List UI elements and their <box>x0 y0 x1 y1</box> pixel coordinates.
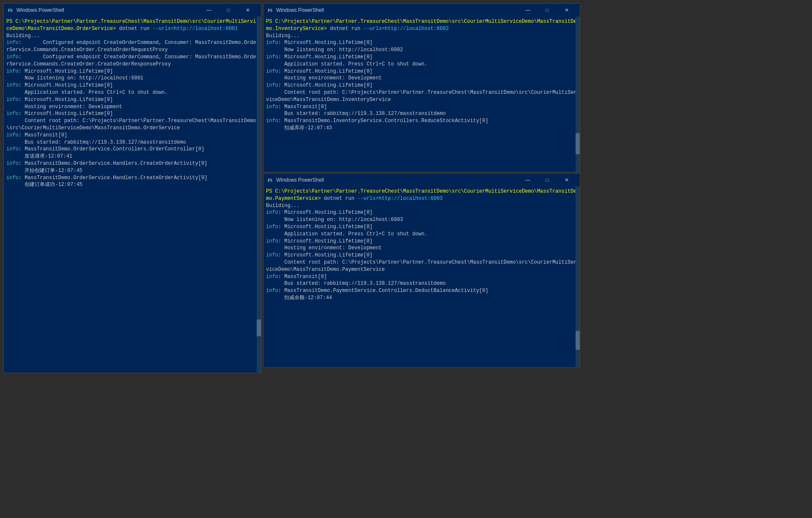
maximize-button-payment[interactable]: □ <box>538 174 557 186</box>
line-order-18: 开始创建订单-12:07:45 <box>6 167 258 174</box>
line-pay-3: info: Microsoft.Hosting.Lifetime[0] <box>266 209 577 216</box>
window-title-order: Windows PowerShell <box>16 7 199 13</box>
line-pay-14: 扣减余额-12:07:44 <box>266 294 577 302</box>
line-inv-14: 扣减库存-12:07:43 <box>266 125 577 132</box>
line-inv-8: Hosting environment: Development <box>266 75 577 82</box>
scrollbar-inventory[interactable] <box>576 16 580 172</box>
line-order-9: info: Microsoft.Hosting.Lifetime[0] <box>6 96 258 104</box>
line-inv-6: Application started. Press Ctrl+C to shu… <box>266 61 577 68</box>
line-pay-12: Bus started: rabbitmq://119.3.138.127/ma… <box>266 280 577 287</box>
line-order-4: info: Configured endpoint CreateOrderCom… <box>6 54 258 68</box>
powershell-icon-payment: PS <box>267 177 274 183</box>
close-button-inventory[interactable]: ✕ <box>557 4 576 16</box>
line-inv-9: info: Microsoft.Hosting.Lifetime[0] <box>266 82 577 89</box>
line-pay-8: Hosting environment: Development <box>266 245 577 252</box>
titlebar-payment[interactable]: PS Windows PowerShell — □ ✕ <box>263 174 580 186</box>
console-output-payment: PS C:\Projects\Partner\Partner.TreasureC… <box>263 186 580 367</box>
line-pay-2: Building... <box>266 202 577 210</box>
line-order-17: info: MassTransitDemo.OrderService.Handl… <box>6 160 258 167</box>
powershell-window-inventory: PS Windows PowerShell — □ ✕ PS C:\Projec… <box>263 3 580 172</box>
scrollbar-payment[interactable] <box>576 186 580 367</box>
line-inv-1: PS C:\Projects\Partner\Partner.TreasureC… <box>266 18 577 33</box>
close-button-order[interactable]: ✕ <box>238 4 258 16</box>
line-order-16: 发送请求-12:07:41 <box>6 153 258 160</box>
line-inv-12: Bus started: rabbitmq://119.3.138.127/ma… <box>266 110 577 117</box>
line-order-14: Bus started: rabbitmq://119.3.138.127/ma… <box>6 139 258 146</box>
line-order-8: Application started. Press Ctrl+C to shu… <box>6 89 258 96</box>
line-order-12: Content root path: C:\Projects\Partner\P… <box>6 117 258 132</box>
window-title-payment: Windows PowerShell <box>276 177 518 183</box>
maximize-button-order[interactable]: □ <box>219 4 238 16</box>
line-order-15: info: MassTransitDemo.OrderService.Contr… <box>6 146 258 153</box>
powershell-window-order: PS Windows PowerShell — □ ✕ PS C:\Projec… <box>3 3 261 373</box>
line-order-3: info: Configured endpoint CreateOrderCom… <box>6 39 258 54</box>
line-pay-10: Content root path: C:\Projects\Partner\P… <box>266 259 577 273</box>
line-order-1: PS C:\Projects\Partner\Partner.TreasureC… <box>6 18 258 33</box>
line-order-11: info: Microsoft.Hosting.Lifetime[0] <box>6 110 258 117</box>
line-inv-4: Now listening on: http://localhost:6002 <box>266 46 577 54</box>
svg-text:PS: PS <box>268 8 272 13</box>
powershell-icon: PS <box>7 7 14 14</box>
minimize-button-inventory[interactable]: — <box>518 4 538 16</box>
scrollbar-thumb-order[interactable] <box>257 319 261 336</box>
line-pay-11: info: MassTransit[0] <box>266 273 577 281</box>
line-pay-1: PS C:\Projects\Partner\Partner.TreasureC… <box>266 188 577 202</box>
line-order-5: info: Microsoft.Hosting.Lifetime[0] <box>6 68 258 75</box>
maximize-button-inventory[interactable]: □ <box>538 4 557 16</box>
close-button-payment[interactable]: ✕ <box>557 174 576 186</box>
window-controls-order: — □ ✕ <box>199 4 258 16</box>
window-controls-inventory: — □ ✕ <box>518 4 576 16</box>
scrollbar-thumb-payment[interactable] <box>576 331 580 350</box>
scrollbar-thumb-inventory[interactable] <box>576 133 580 154</box>
line-order-20: 创建订单成功-12:07:45 <box>6 181 258 188</box>
desktop: PS Windows PowerShell — □ ✕ PS C:\Projec… <box>0 0 812 518</box>
line-order-13: info: MassTransit[0] <box>6 132 258 139</box>
svg-text:PS: PS <box>268 178 272 183</box>
window-title-inventory: Windows PowerShell <box>276 7 518 13</box>
line-pay-7: info: Microsoft.Hosting.Lifetime[0] <box>266 238 577 245</box>
line-inv-2: Building... <box>266 33 577 40</box>
titlebar-inventory[interactable]: PS Windows PowerShell — □ ✕ <box>263 4 580 16</box>
line-inv-5: info: Microsoft.Hosting.Lifetime[0] <box>266 54 577 61</box>
line-pay-5: info: Microsoft.Hosting.Lifetime[0] <box>266 224 577 231</box>
line-order-19: info: MassTransitDemo.OrderService.Handl… <box>6 174 258 182</box>
scrollbar-order[interactable] <box>257 16 261 373</box>
line-order-6: Now listening on: http://localhost:6001 <box>6 75 258 82</box>
minimize-button-order[interactable]: — <box>199 4 219 16</box>
console-output-order: PS C:\Projects\Partner\Partner.TreasureC… <box>4 16 261 373</box>
line-order-2: Building... <box>6 33 258 40</box>
window-controls-payment: — □ ✕ <box>518 174 576 186</box>
line-pay-6: Application started. Press Ctrl+C to shu… <box>266 231 577 238</box>
powershell-icon-inventory: PS <box>267 7 274 14</box>
console-output-inventory: PS C:\Projects\Partner\Partner.TreasureC… <box>263 16 580 172</box>
line-inv-11: info: MassTransit[0] <box>266 104 577 111</box>
line-inv-7: info: Microsoft.Hosting.Lifetime[0] <box>266 68 577 75</box>
line-inv-13: info: MassTransitDemo.InventoryService.C… <box>266 117 577 125</box>
line-inv-10: Content root path: C:\Projects\Partner\P… <box>266 89 577 104</box>
line-order-10: Hosting environment: Development <box>6 104 258 111</box>
line-pay-13: info: MassTransitDemo.PaymentService.Con… <box>266 287 577 294</box>
minimize-button-payment[interactable]: — <box>518 174 538 186</box>
powershell-window-payment: PS Windows PowerShell — □ ✕ PS C:\Projec… <box>263 173 580 368</box>
line-pay-4: Now listening on: http://localhost:6003 <box>266 216 577 224</box>
line-inv-3: info: Microsoft.Hosting.Lifetime[0] <box>266 39 577 46</box>
titlebar-order[interactable]: PS Windows PowerShell — □ ✕ <box>4 4 261 16</box>
line-order-7: info: Microsoft.Hosting.Lifetime[0] <box>6 82 258 89</box>
svg-text:PS: PS <box>8 8 13 13</box>
line-pay-9: info: Microsoft.Hosting.Lifetime[0] <box>266 252 577 259</box>
